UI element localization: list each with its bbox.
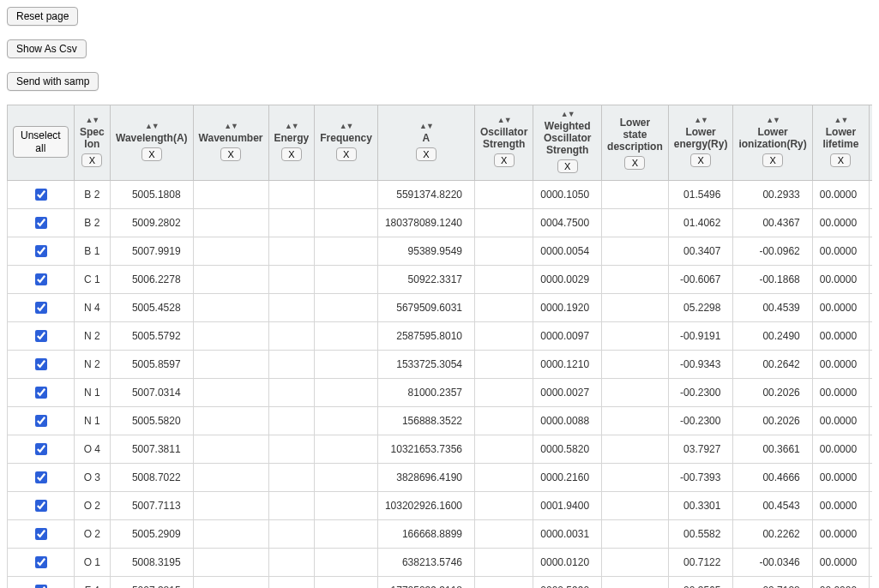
row-checkbox[interactable] (35, 330, 47, 342)
cell-osc (474, 435, 533, 464)
cell-energy (268, 520, 315, 549)
sort-icon[interactable]: ▲▼ (818, 117, 864, 124)
cell-A: 10321653.7356 (377, 435, 474, 464)
cell-llife: 00.0000 (812, 577, 869, 589)
cell-wl: 5007.7113 (111, 492, 194, 520)
table-row: C 15006.227850922.33170000.0029-00.6067-… (8, 266, 873, 294)
col-wosc[interactable]: ▲▼Weighted Oscillator StrengthX (533, 105, 602, 181)
cell-lsw: 03.0000 (870, 322, 872, 351)
remove-column-button[interactable]: X (81, 153, 102, 167)
col-lion[interactable]: ▲▼Lower ionization(Ry)X (733, 105, 812, 181)
row-checkbox[interactable] (35, 245, 47, 257)
cell-wn (193, 379, 268, 407)
cell-specion: N 1 (74, 379, 110, 407)
sort-icon[interactable]: ▲▼ (738, 117, 806, 124)
remove-column-button[interactable]: X (557, 159, 578, 173)
remove-column-button[interactable]: X (762, 153, 783, 167)
remove-column-button[interactable]: X (336, 147, 357, 161)
sort-icon[interactable]: ▲▼ (383, 123, 469, 130)
cell-wosc: 0000.5990 (533, 577, 602, 589)
reset-page-button[interactable]: Reset page (7, 7, 78, 26)
row-checkbox[interactable] (35, 358, 47, 370)
sort-icon[interactable]: ▲▼ (539, 111, 596, 118)
cell-specion: B 1 (74, 237, 110, 266)
sort-icon[interactable]: ▲▼ (320, 123, 372, 130)
col-label: Weighted Oscillator Strength (539, 120, 596, 156)
show-as-csv-button[interactable]: Show As Csv (7, 39, 87, 58)
row-checkbox[interactable] (35, 273, 47, 285)
sort-icon[interactable]: ▲▼ (80, 117, 105, 124)
results-table: Unselectall▲▼Spec IonX▲▼Wavelength(A)X▲▼… (7, 105, 872, 588)
row-checkbox[interactable] (35, 217, 47, 229)
remove-column-button[interactable]: X (830, 153, 851, 167)
remove-column-button[interactable]: X (416, 147, 436, 161)
col-llife[interactable]: ▲▼Lower lifetimeX (812, 105, 869, 181)
cell-energy (268, 181, 315, 209)
col-wn[interactable]: ▲▼WavenumberX (193, 105, 268, 181)
table-row: O 15008.3195638213.57460000.012000.7122-… (8, 549, 873, 577)
sort-icon[interactable]: ▲▼ (674, 117, 728, 124)
cell-energy (268, 237, 315, 266)
cell-lion: 00.3661 (733, 435, 812, 464)
col-label: Frequency (320, 132, 372, 144)
cell-wosc: 0000.0120 (533, 549, 602, 577)
cell-specion: O 4 (74, 435, 110, 464)
col-le[interactable]: ▲▼Lower energy(Ry)X (668, 105, 733, 181)
table-row: F 45007.381517705239.31180000.5990-00.35… (8, 577, 873, 589)
cell-specion: O 2 (74, 520, 110, 549)
row-checkbox[interactable] (35, 387, 47, 399)
cell-specion: O 2 (74, 492, 110, 520)
sort-icon[interactable]: ▲▼ (480, 117, 527, 124)
remove-column-button[interactable]: X (624, 156, 645, 170)
cell-wl: 5007.3811 (111, 435, 194, 464)
col-wl[interactable]: ▲▼Wavelength(A)X (111, 105, 194, 181)
table-scroller[interactable]: Unselectall▲▼Spec IonX▲▼Wavelength(A)X▲▼… (7, 105, 872, 588)
remove-column-button[interactable]: X (690, 153, 711, 167)
cell-energy (268, 549, 315, 577)
cell-specion: B 2 (74, 209, 110, 237)
row-checkbox[interactable] (35, 500, 47, 512)
row-checkbox[interactable] (35, 189, 47, 201)
remove-column-button[interactable]: X (220, 147, 241, 161)
remove-column-button[interactable]: X (494, 153, 515, 167)
col-label: Wavenumber (199, 132, 263, 144)
cell-lsw: 03.0000 (870, 577, 872, 589)
remove-column-button[interactable]: X (141, 147, 162, 161)
table-row: N 15005.5820156888.35220000.0088-00.2300… (8, 407, 873, 435)
cell-wl: 5005.5792 (111, 322, 194, 351)
cell-specion: O 1 (74, 549, 110, 577)
sort-icon[interactable]: ▲▼ (116, 123, 188, 130)
cell-le: 01.5496 (668, 181, 733, 209)
row-checkbox[interactable] (35, 415, 47, 427)
remove-column-button[interactable]: X (281, 147, 302, 161)
table-row: N 45005.45285679509.60310000.192005.2298… (8, 294, 873, 322)
col-freq[interactable]: ▲▼FrequencyX (315, 105, 378, 181)
table-row: O 25005.2909166668.88990000.003100.55820… (8, 520, 873, 549)
col-A[interactable]: ▲▼AX (377, 105, 474, 181)
sort-icon[interactable]: ▲▼ (274, 123, 310, 130)
cell-le: -00.6067 (668, 266, 733, 294)
sort-icon[interactable]: ▲▼ (199, 123, 263, 130)
cell-freq (315, 379, 378, 407)
row-checkbox[interactable] (35, 585, 47, 588)
cell-lsd (602, 435, 669, 464)
col-energy[interactable]: ▲▼EnergyX (268, 105, 315, 181)
cell-osc (474, 407, 533, 435)
table-row: O 45007.381110321653.73560000.582003.792… (8, 435, 873, 464)
row-checkbox[interactable] (35, 302, 47, 314)
row-checkbox[interactable] (35, 471, 47, 483)
row-checkbox[interactable] (35, 443, 47, 455)
cell-llife: 00.0000 (812, 294, 869, 322)
col-check: Unselectall (8, 105, 75, 181)
cell-le: -00.7393 (668, 464, 733, 492)
row-checkbox[interactable] (35, 556, 47, 568)
col-label: Spec Ion (80, 126, 105, 150)
send-with-samp-button[interactable]: Send with samp (7, 72, 99, 91)
row-checkbox[interactable] (35, 528, 47, 540)
col-specion[interactable]: ▲▼Spec IonX (74, 105, 110, 181)
col-osc[interactable]: ▲▼Oscillator StrengthX (474, 105, 533, 181)
cell-lsd (602, 464, 669, 492)
col-lsw[interactable]: ▲▼Lower statistical weightX (870, 105, 872, 181)
cell-lsw: 15.0000 (870, 266, 872, 294)
unselect-all-button[interactable]: Unselectall (13, 126, 69, 158)
